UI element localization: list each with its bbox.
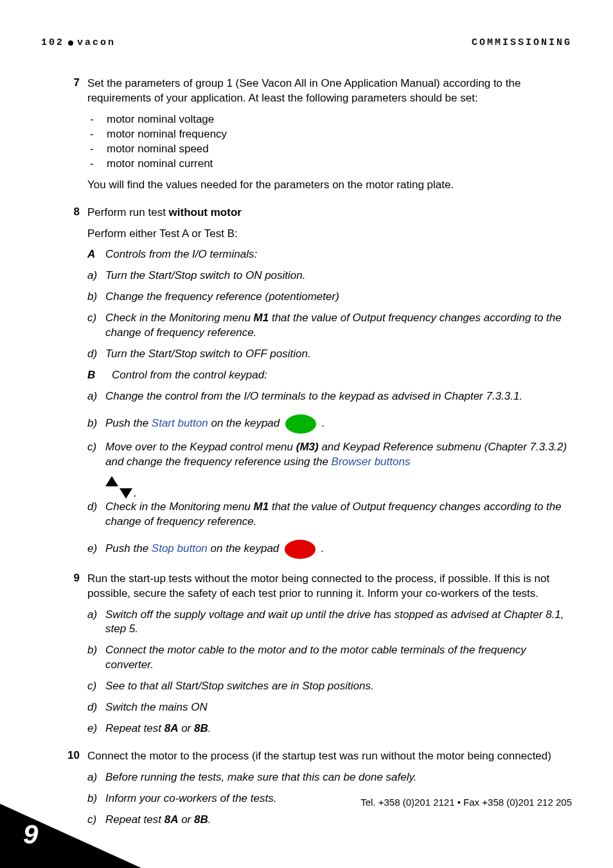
brand-name: vacon — [77, 37, 116, 48]
step-body: Perform run test without motor Perform e… — [87, 206, 572, 565]
item-label: c) — [87, 311, 105, 326]
item-label: a) — [87, 608, 105, 623]
step-number: 8 — [54, 206, 87, 565]
period: . — [134, 486, 137, 499]
item-label: a) — [87, 770, 105, 785]
arrow-down-icon — [120, 488, 132, 499]
text: Check in the Monitoring menu — [105, 500, 254, 513]
ref: 8A — [164, 813, 179, 826]
step-body: Set the parameters of group 1 (See Vacon… — [87, 76, 572, 199]
menu-ref: M1 — [254, 500, 269, 513]
text: . — [322, 417, 325, 429]
item-text: Push the Stop button on the keypad . — [105, 540, 572, 559]
chapter-number: 9 — [23, 819, 38, 850]
item-label: a) — [87, 389, 105, 404]
item-label: b) — [87, 416, 105, 431]
step10-intro: Connect the motor to the process (if the… — [87, 749, 572, 764]
item-text: See to that all Start/Stop switches are … — [105, 679, 572, 694]
list-item: e) Push the Stop button on the keypad . — [87, 540, 572, 559]
header-left: 102 vacon — [41, 37, 116, 48]
list-item: a) Before running the tests, make sure t… — [87, 770, 572, 785]
list-item: a) Switch off the supply voltage and wai… — [87, 608, 572, 637]
list-item: b) Change the frequency reference (poten… — [87, 290, 572, 305]
list-item: c) Check in the Monitoring menu M1 that … — [87, 311, 572, 341]
item-text: Move over to the Keypad control menu (M3… — [105, 440, 572, 470]
text: Repeat test — [105, 722, 164, 734]
item-label: d) — [87, 700, 105, 715]
step7-bullets: motor nominal voltage motor nominal freq… — [87, 112, 572, 172]
item-text: Turn the Start/Stop switch to ON positio… — [105, 269, 572, 283]
ref: 8B — [194, 722, 208, 734]
list-item: b) Connect the motor cable to the motor … — [87, 643, 572, 673]
bullet-item: motor nominal speed — [107, 142, 572, 157]
item-text: Push the Start button on the keypad . — [105, 414, 572, 434]
text: Move over to the Keypad control menu — [105, 441, 296, 453]
section-title: COMMISSIONING — [472, 37, 572, 48]
list-item: a) Change the control from the I/O termi… — [87, 389, 572, 404]
page: 102 vacon COMMISSIONING 7 Set the parame… — [0, 0, 613, 868]
step-7: 7 Set the parameters of group 1 (See Vac… — [54, 76, 572, 199]
text: . — [321, 542, 324, 554]
text: Push the — [105, 417, 152, 429]
arrow-up-icon — [105, 476, 118, 486]
item-label: b) — [87, 643, 105, 658]
corner-triangle-decoration — [0, 804, 141, 868]
step-number: 9 — [54, 572, 87, 743]
test-b-list: a) Change the control from the I/O termi… — [87, 389, 572, 470]
list-item: e) Repeat test 8A or 8B. — [87, 722, 572, 736]
bold-text: without motor — [169, 206, 242, 218]
text: on the keypad — [208, 542, 282, 554]
item-text: Switch off the supply voltage and wait u… — [105, 608, 572, 637]
step9-list: a) Switch off the supply voltage and wai… — [87, 608, 572, 737]
label-b: B — [87, 368, 112, 383]
test-a-list: a) Turn the Start/Stop switch to ON posi… — [87, 269, 572, 362]
step-9: 9 Run the start-up tests without the mot… — [54, 572, 572, 743]
item-label: d) — [87, 500, 105, 515]
list-item: c) Move over to the Keypad control menu … — [87, 440, 572, 470]
item-text: Check in the Monitoring menu M1 that the… — [105, 500, 572, 529]
item-text: Change the control from the I/O terminal… — [105, 389, 572, 404]
test-b-heading: B Control from the control keypad: — [87, 368, 572, 383]
bullet-icon — [68, 40, 73, 46]
footer-contact: Tel. +358 (0)201 2121 • Fax +358 (0)201 … — [360, 797, 572, 808]
item-text: Change the frequency reference (potentio… — [105, 290, 572, 305]
ref: 8A — [164, 722, 179, 734]
step8-intro: Perform run test without motor — [87, 206, 572, 220]
list-item: c) See to that all Start/Stop switches a… — [87, 679, 572, 694]
label-a: A — [87, 247, 105, 262]
browser-buttons-icon: . — [105, 476, 572, 492]
stop-button-icon — [285, 540, 315, 559]
menu-ref: (M3) — [296, 441, 319, 453]
title-a: Controls from the I/O terminals: — [105, 247, 257, 262]
step7-outro: You will find the values needed for the … — [87, 178, 572, 193]
item-label: d) — [87, 347, 105, 362]
item-text: Turn the Start/Stop switch to OFF positi… — [105, 347, 572, 362]
text: Check in the Monitoring menu — [105, 312, 254, 324]
start-button-link[interactable]: Start button — [152, 417, 208, 429]
bullet-item: motor nominal current — [107, 157, 572, 172]
bullet-item: motor nominal voltage — [107, 112, 572, 127]
text: . — [208, 813, 211, 826]
content: 7 Set the parameters of group 1 (See Vac… — [41, 76, 572, 834]
text: or — [178, 813, 194, 826]
step9-intro: Run the start-up tests without the motor… — [87, 572, 572, 601]
stop-button-link[interactable]: Stop button — [152, 542, 208, 554]
text: Push the — [105, 542, 152, 554]
list-item: a) Turn the Start/Stop switch to ON posi… — [87, 269, 572, 283]
item-label: a) — [87, 269, 105, 283]
browser-buttons-link[interactable]: Browser buttons — [332, 456, 411, 468]
item-text: Connect the motor cable to the motor and… — [105, 643, 572, 673]
item-text: Before running the tests, make sure that… — [105, 770, 572, 785]
step7-intro: Set the parameters of group 1 (See Vacon… — [87, 76, 572, 106]
list-item: d) Check in the Monitoring menu M1 that … — [87, 500, 572, 529]
list-item: c) Repeat test 8A or 8B. — [87, 813, 572, 828]
text: or — [178, 722, 194, 734]
step8-either: Perform either Test A or Test B: — [87, 227, 572, 242]
menu-ref: M1 — [254, 312, 269, 324]
item-text: Check in the Monitoring menu M1 that the… — [105, 311, 572, 341]
text: . — [208, 722, 211, 734]
title-b: Control from the control keypad: — [112, 368, 267, 383]
text: Perform run test — [87, 206, 169, 218]
ref: 8B — [194, 813, 208, 826]
list-item: b) Push the Start button on the keypad . — [87, 414, 572, 434]
